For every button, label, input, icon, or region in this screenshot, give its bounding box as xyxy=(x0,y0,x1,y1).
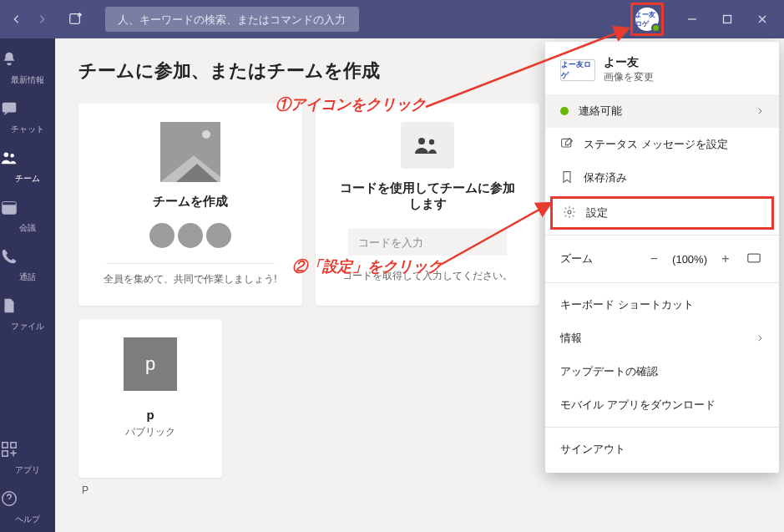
file-icon xyxy=(0,296,55,315)
window-minimize-button[interactable] xyxy=(677,7,707,32)
rail-teams[interactable]: チーム xyxy=(0,142,55,191)
menu-settings[interactable]: 設定 xyxy=(550,196,774,230)
rail-chat[interactable]: チャット xyxy=(0,93,55,142)
svg-rect-14 xyxy=(562,139,571,147)
card-title: p xyxy=(146,408,154,422)
zoom-label: ズーム xyxy=(560,251,635,266)
rail-files[interactable]: ファイル xyxy=(0,290,55,339)
bookmark-icon xyxy=(560,170,574,186)
image-placeholder-icon xyxy=(160,122,220,182)
menu-label: 設定 xyxy=(586,205,608,220)
svg-rect-10 xyxy=(3,451,8,456)
person-icon xyxy=(178,223,203,248)
svg-rect-2 xyxy=(3,103,17,113)
card-subtitle: 全員を集めて、共同で作業しましょう! xyxy=(104,272,276,286)
status-available-icon xyxy=(560,107,569,115)
svg-point-3 xyxy=(4,153,8,158)
menu-check-updates[interactable]: アップデートの確認 xyxy=(545,355,779,388)
window-maximize-button[interactable] xyxy=(712,7,742,32)
nav-back-button[interactable] xyxy=(7,9,27,29)
menu-separator xyxy=(545,235,779,236)
divider xyxy=(106,263,275,264)
rail-calls[interactable]: 通話 xyxy=(0,241,55,290)
rail-activity[interactable]: 最新情報 xyxy=(0,43,55,93)
rail-calendar[interactable]: 会議 xyxy=(0,191,55,241)
menu-label: 連絡可能 xyxy=(579,104,622,119)
rail-label: ファイル xyxy=(11,322,44,331)
chevron-right-icon xyxy=(756,105,764,118)
menu-label: アップデートの確認 xyxy=(560,364,658,379)
card-title: チームを作成 xyxy=(153,194,228,210)
nav-forward-button[interactable] xyxy=(32,9,52,29)
search-box[interactable] xyxy=(105,7,359,32)
help-icon xyxy=(0,489,55,508)
rail-apps[interactable]: アプリ xyxy=(0,433,55,483)
menu-separator xyxy=(545,427,779,428)
svg-point-4 xyxy=(10,154,13,157)
apps-icon xyxy=(0,440,55,459)
title-bar: よー友ロゲ xyxy=(0,0,784,38)
org-logo: よー友ロゲ xyxy=(560,59,595,81)
presence-indicator xyxy=(651,23,660,33)
phone-icon xyxy=(0,247,55,266)
menu-label: ステータス メッセージを設定 xyxy=(584,137,728,152)
menu-status-message[interactable]: ステータス メッセージを設定 xyxy=(545,128,779,161)
gear-icon xyxy=(563,205,576,221)
edit-icon xyxy=(560,137,574,153)
zoom-out-button[interactable]: − xyxy=(644,251,664,266)
people-group-icon xyxy=(401,122,454,169)
menu-label: モバイル アプリをダウンロード xyxy=(560,398,716,413)
card-subtitle: コードを取得して入力してください。 xyxy=(342,269,513,283)
svg-point-12 xyxy=(418,138,425,144)
avatars-row xyxy=(149,223,231,248)
menu-mobile-download[interactable]: モバイル アプリをダウンロード xyxy=(545,388,779,422)
menu-info[interactable]: 情報 xyxy=(545,322,779,355)
svg-point-13 xyxy=(429,139,434,144)
rail-label: 会議 xyxy=(19,223,36,232)
menu-label: サインアウト xyxy=(560,442,625,457)
svg-rect-1 xyxy=(724,16,731,23)
svg-rect-6 xyxy=(3,202,17,205)
person-icon xyxy=(149,223,175,248)
svg-rect-9 xyxy=(11,443,16,448)
menu-shortcuts[interactable]: キーボード ショートカット xyxy=(545,288,779,322)
card-join-code: コードを使用してチームに参加します コードを取得して入力してください。 xyxy=(316,104,539,306)
rail-label: アプリ xyxy=(15,465,40,474)
profile-menu-header: よー友ロゲ よー友 画像を変更 xyxy=(545,42,779,94)
search-input[interactable] xyxy=(105,13,359,26)
menu-status[interactable]: 連絡可能 xyxy=(545,94,779,128)
svg-rect-16 xyxy=(748,254,760,262)
card-team-p[interactable]: p p パブリック xyxy=(78,319,222,478)
zoom-in-button[interactable]: + xyxy=(716,251,736,266)
window-close-button[interactable] xyxy=(747,7,777,32)
menu-separator xyxy=(545,282,779,283)
person-icon xyxy=(206,223,231,248)
menu-label: 保存済み xyxy=(584,170,627,185)
join-code-input[interactable] xyxy=(348,229,507,256)
menu-label: 情報 xyxy=(560,331,582,346)
new-message-button[interactable] xyxy=(63,8,87,31)
profile-avatar-highlight: よー友ロゲ xyxy=(630,3,664,36)
app-rail: 最新情報 チャット チーム 会議 通話 ファイル アプリ ヘルプ xyxy=(0,38,55,532)
card-subtitle: パブリック xyxy=(125,425,175,439)
rail-label: ヘルプ xyxy=(15,514,40,524)
menu-zoom: ズーム − (100%) + xyxy=(545,241,779,277)
stray-text: P xyxy=(82,484,761,496)
zoom-value: (100%) xyxy=(672,253,707,266)
rail-label: 通話 xyxy=(19,272,36,281)
card-title: コードを使用してチームに参加します xyxy=(336,180,519,212)
rail-label: チーム xyxy=(15,174,40,183)
profile-menu: よー友ロゲ よー友 画像を変更 連絡可能 ステータス メッセージを設定 保存済み… xyxy=(545,42,779,473)
change-image-link[interactable]: 画像を変更 xyxy=(604,70,654,84)
fullscreen-icon[interactable] xyxy=(744,251,764,266)
calendar-icon xyxy=(0,198,55,216)
team-letter-avatar: p xyxy=(124,337,177,391)
teams-icon xyxy=(0,149,55,167)
rail-help[interactable]: ヘルプ xyxy=(0,483,55,532)
menu-signout[interactable]: サインアウト xyxy=(545,433,779,466)
menu-label: キーボード ショートカット xyxy=(560,297,694,312)
user-name: よー友 xyxy=(604,55,654,70)
card-create-team[interactable]: チームを作成 全員を集めて、共同で作業しましょう! xyxy=(78,104,302,306)
profile-avatar[interactable]: よー友ロゲ xyxy=(635,8,659,31)
menu-saved[interactable]: 保存済み xyxy=(545,161,779,195)
